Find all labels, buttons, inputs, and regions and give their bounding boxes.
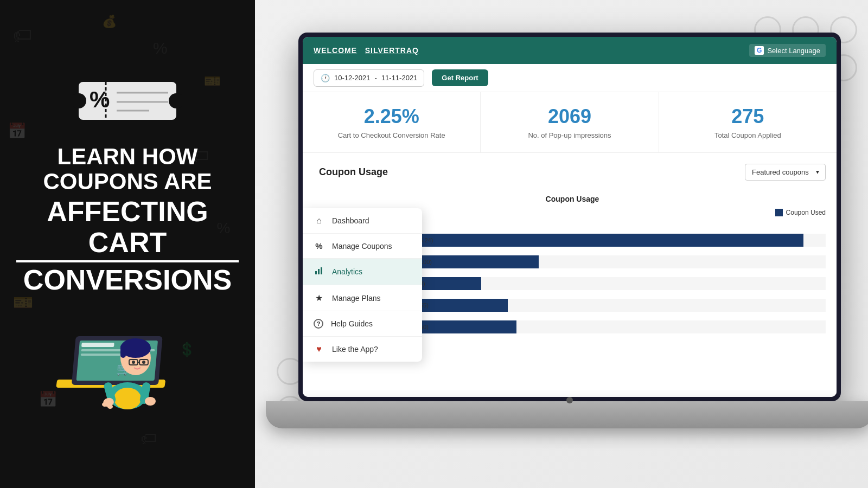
legend-color-box <box>775 209 783 216</box>
stat-card-impressions: 2069 No. of Pop-up impressions <box>481 92 659 152</box>
get-report-button[interactable]: Get Report <box>432 69 488 86</box>
svg-point-16 <box>114 388 141 409</box>
help-guides-label: Help Guides <box>331 319 373 328</box>
hero-line1: LEARN HOW <box>16 144 239 169</box>
date-end: 11-11-2021 <box>381 74 418 82</box>
hero-line4: CONVERSIONS <box>16 265 239 296</box>
sidebar-item-help-guides[interactable]: ? Help Guides <box>303 311 422 337</box>
laptop-camera <box>566 397 573 403</box>
sidebar-item-manage-plans[interactable]: ★ Manage Plans <box>303 285 422 311</box>
coupons-icon: % <box>314 241 324 251</box>
bar-track: -8- (18890.00) <box>384 277 826 290</box>
stat-card-conversion: 2.25% Cart to Checkout Conversion Rate <box>303 92 481 152</box>
chart-header: Coupon Usage Featured coupons <box>319 164 826 181</box>
laptop-screen: WELCOME SILVERTRAQ G Select Language 🕐 1… <box>298 33 841 401</box>
featured-coupons-dropdown[interactable]: Featured coupons <box>745 164 826 181</box>
sidebar-item-like-app[interactable]: ♥ Like the App? <box>303 337 422 362</box>
date-start: 10-12-2021 <box>334 74 371 82</box>
stat-value-conversion: 2.25% <box>314 105 469 128</box>
svg-point-29 <box>102 402 107 407</box>
welcome-text: WELCOME SILVERTRAQ <box>314 46 419 55</box>
legend-label: Coupon Used <box>786 209 826 216</box>
date-range-picker[interactable]: 🕐 10-12-2021 - 11-11-2021 <box>314 69 424 87</box>
featured-coupons-dropdown-wrapper: Featured coupons <box>745 164 826 181</box>
welcome-label: WELCOME <box>314 46 357 55</box>
sidebar-menu: ⌂ Dashboard % Manage Coupons <box>303 208 422 362</box>
svg-rect-32 <box>318 269 320 274</box>
svg-point-30 <box>107 404 113 409</box>
bar-track: -18- (40282.50) <box>384 320 826 333</box>
dashboard-icon: ⌂ <box>314 216 324 226</box>
chart-inner-title: Coupon Usage <box>319 195 826 203</box>
date-separator: - <box>375 74 377 82</box>
stat-value-impressions: 2069 <box>492 105 647 128</box>
svg-point-28 <box>145 397 156 406</box>
manage-plans-label: Manage Plans <box>332 294 381 303</box>
help-icon: ? <box>314 319 323 329</box>
svg-point-24 <box>142 361 145 364</box>
google-icon: G <box>755 46 764 55</box>
plans-icon: ★ <box>314 293 324 303</box>
right-panel: WELCOME SILVERTRAQ G Select Language 🕐 1… <box>255 0 868 488</box>
svg-rect-33 <box>321 267 322 274</box>
svg-rect-31 <box>315 271 317 274</box>
left-panel: 🏷 % 🎫 📅 🏷 % 🎫 💲 📅 🏷 💰 % % LEARN HOW COUP… <box>0 0 255 488</box>
calendar-icon: 🕐 <box>321 74 330 82</box>
stat-value-coupons: 275 <box>670 105 826 128</box>
hero-text: LEARN HOW COUPONS ARE AFFECTING CART CON… <box>0 144 255 296</box>
sidebar-item-analytics[interactable]: Analytics <box>303 259 422 285</box>
username: SILVERTRAQ <box>365 46 419 55</box>
bar-fill: 160- (401066.24) <box>384 234 803 247</box>
like-app-label: Like the App? <box>332 345 378 354</box>
coupon-main-icon: % <box>73 74 182 128</box>
svg-point-23 <box>132 361 135 364</box>
character-illustration: 🛒 <box>52 304 203 414</box>
bar-track: -20- (118247.00) <box>384 255 826 268</box>
chart-section-title: Coupon Usage <box>319 166 388 178</box>
sidebar-item-manage-coupons[interactable]: % Manage Coupons <box>303 234 422 259</box>
sidebar-item-dashboard[interactable]: ⌂ Dashboard <box>303 208 422 234</box>
stat-card-coupons: 275 Total Coupon Applied <box>659 92 837 152</box>
stat-label-conversion: Cart to Checkout Conversion Rate <box>314 131 469 139</box>
bar-track: 160- (401066.24) <box>384 234 826 247</box>
hero-line2: COUPONS ARE <box>16 169 239 194</box>
svg-rect-11 <box>81 343 114 347</box>
dashboard-label: Dashboard <box>332 216 369 225</box>
lang-label: Select Language <box>767 47 820 55</box>
app-header: WELCOME SILVERTRAQ G Select Language <box>303 37 837 64</box>
svg-text:%: % <box>90 87 110 112</box>
bar-track: -15- (41725.65) <box>384 299 826 312</box>
analytics-icon <box>314 266 324 277</box>
heart-icon: ♥ <box>314 344 324 354</box>
svg-rect-19 <box>120 344 126 358</box>
stat-label-coupons: Total Coupon Applied <box>670 131 826 139</box>
language-selector[interactable]: G Select Language <box>749 44 826 57</box>
manage-coupons-label: Manage Coupons <box>332 242 392 251</box>
analytics-label: Analytics <box>332 267 362 276</box>
date-bar: 🕐 10-12-2021 - 11-11-2021 Get Report <box>303 64 837 92</box>
hero-line3: AFFECTING CART <box>16 196 239 262</box>
laptop-base <box>266 401 868 428</box>
main-content: ⌂ Dashboard % Manage Coupons <box>303 153 837 397</box>
screen-inner: WELCOME SILVERTRAQ G Select Language 🕐 1… <box>303 37 837 397</box>
stat-label-impressions: No. of Pop-up impressions <box>492 131 647 139</box>
stats-row: 2.25% Cart to Checkout Conversion Rate 2… <box>303 92 837 153</box>
laptop-container: WELCOME SILVERTRAQ G Select Language 🕐 1… <box>298 33 868 477</box>
